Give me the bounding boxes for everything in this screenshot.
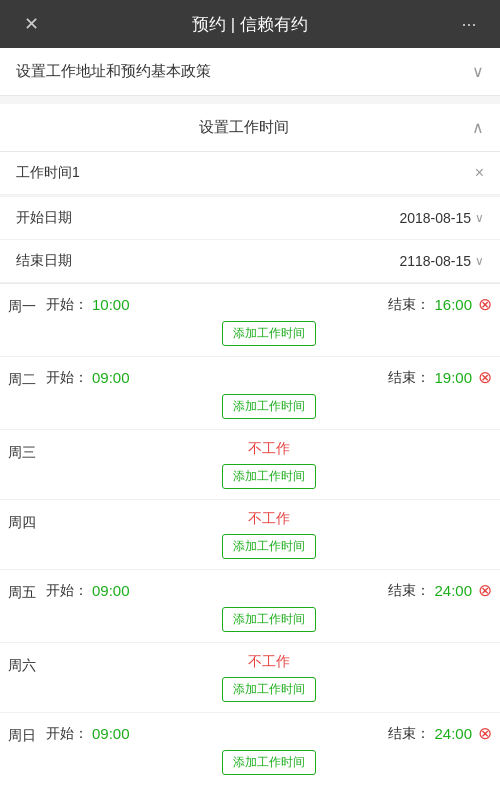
day-label-4: 周五 — [8, 580, 46, 602]
add-time-button-4[interactable]: 添加工作时间 — [222, 607, 316, 632]
start-label-4: 开始： — [46, 582, 88, 600]
end-label-1: 结束： — [388, 369, 430, 387]
day-row-3: 周四不工作添加工作时间 — [0, 500, 500, 570]
day-row-0: 周一开始：10:00结束：16:00⊗添加工作时间 — [0, 284, 500, 357]
day-row-5: 周六不工作添加工作时间 — [0, 643, 500, 713]
remove-time-icon-1[interactable]: ⊗ — [478, 367, 492, 388]
header-title: 预约 | 信赖有约 — [46, 13, 454, 36]
add-time-button-2[interactable]: 添加工作时间 — [222, 464, 316, 489]
work-time-title-row: 工作时间1 × — [0, 152, 500, 195]
close-icon[interactable]: ✕ — [16, 13, 46, 35]
end-value-0: 16:00 — [434, 296, 472, 313]
days-section: 周一开始：10:00结束：16:00⊗添加工作时间周二开始：09:00结束：19… — [0, 283, 500, 785]
end-date-value[interactable]: 2118-08-15 ∨ — [399, 253, 484, 269]
day-end-6[interactable]: 结束：24:00⊗ — [388, 723, 492, 744]
day-content-2: 不工作添加工作时间 — [46, 440, 492, 489]
day-end-1[interactable]: 结束：19:00⊗ — [388, 367, 492, 388]
day-start-1[interactable]: 开始：09:00 — [46, 369, 130, 387]
day-time-row-4: 开始：09:00结束：24:00⊗ — [46, 580, 492, 601]
day-content-1: 开始：09:00结束：19:00⊗添加工作时间 — [46, 367, 492, 419]
end-date-row[interactable]: 结束日期 2118-08-15 ∨ — [0, 240, 500, 283]
start-value-4: 09:00 — [92, 582, 130, 599]
end-label-6: 结束： — [388, 725, 430, 743]
start-date-row[interactable]: 开始日期 2018-08-15 ∨ — [0, 197, 500, 240]
start-date-text: 2018-08-15 — [399, 210, 471, 226]
day-start-0[interactable]: 开始：10:00 — [46, 296, 130, 314]
start-value-6: 09:00 — [92, 725, 130, 742]
add-time-button-5[interactable]: 添加工作时间 — [222, 677, 316, 702]
remove-time-icon-0[interactable]: ⊗ — [478, 294, 492, 315]
section-address-label: 设置工作地址和预约基本政策 — [16, 62, 211, 81]
day-row-6: 周日开始：09:00结束：24:00⊗添加工作时间 — [0, 713, 500, 785]
day-start-6[interactable]: 开始：09:00 — [46, 725, 130, 743]
day-end-4[interactable]: 结束：24:00⊗ — [388, 580, 492, 601]
day-row-2: 周三不工作添加工作时间 — [0, 430, 500, 500]
day-label-1: 周二 — [8, 367, 46, 389]
end-value-1: 19:00 — [434, 369, 472, 386]
day-end-0[interactable]: 结束：16:00⊗ — [388, 294, 492, 315]
end-value-4: 24:00 — [434, 582, 472, 599]
day-time-row-0: 开始：10:00结束：16:00⊗ — [46, 294, 492, 315]
no-work-label-2: 不工作 — [46, 440, 492, 458]
more-icon[interactable]: ··· — [454, 14, 484, 35]
no-work-label-3: 不工作 — [46, 510, 492, 528]
section-work-time-header[interactable]: 设置工作时间 ∧ — [0, 104, 500, 152]
start-label-0: 开始： — [46, 296, 88, 314]
day-content-5: 不工作添加工作时间 — [46, 653, 492, 702]
chevron-up-icon: ∧ — [472, 118, 484, 137]
day-row-4: 周五开始：09:00结束：24:00⊗添加工作时间 — [0, 570, 500, 643]
add-time-button-1[interactable]: 添加工作时间 — [222, 394, 316, 419]
add-time-button-3[interactable]: 添加工作时间 — [222, 534, 316, 559]
remove-time-icon-4[interactable]: ⊗ — [478, 580, 492, 601]
add-time-button-0[interactable]: 添加工作时间 — [222, 321, 316, 346]
end-value-6: 24:00 — [434, 725, 472, 742]
chevron-down-icon: ∨ — [472, 62, 484, 81]
section-address-policy[interactable]: 设置工作地址和预约基本政策 ∨ — [0, 48, 500, 96]
work-time-close-icon[interactable]: × — [475, 164, 484, 182]
day-label-0: 周一 — [8, 294, 46, 316]
start-date-value[interactable]: 2018-08-15 ∨ — [399, 210, 484, 226]
day-row-1: 周二开始：09:00结束：19:00⊗添加工作时间 — [0, 357, 500, 430]
day-label-2: 周三 — [8, 440, 46, 462]
add-time-button-6[interactable]: 添加工作时间 — [222, 750, 316, 775]
day-content-4: 开始：09:00结束：24:00⊗添加工作时间 — [46, 580, 492, 632]
start-value-1: 09:00 — [92, 369, 130, 386]
day-time-row-6: 开始：09:00结束：24:00⊗ — [46, 723, 492, 744]
start-date-label: 开始日期 — [16, 209, 72, 227]
section-work-time-label: 设置工作时间 — [16, 118, 472, 137]
remove-time-icon-6[interactable]: ⊗ — [478, 723, 492, 744]
end-label-0: 结束： — [388, 296, 430, 314]
day-content-0: 开始：10:00结束：16:00⊗添加工作时间 — [46, 294, 492, 346]
end-date-label: 结束日期 — [16, 252, 72, 270]
day-start-4[interactable]: 开始：09:00 — [46, 582, 130, 600]
work-time-block: 工作时间1 × — [0, 152, 500, 195]
day-label-3: 周四 — [8, 510, 46, 532]
day-content-3: 不工作添加工作时间 — [46, 510, 492, 559]
day-content-6: 开始：09:00结束：24:00⊗添加工作时间 — [46, 723, 492, 775]
end-date-text: 2118-08-15 — [399, 253, 471, 269]
work-time-title: 工作时间1 — [16, 164, 80, 182]
start-date-chevron-icon: ∨ — [475, 211, 484, 225]
start-label-6: 开始： — [46, 725, 88, 743]
day-time-row-1: 开始：09:00结束：19:00⊗ — [46, 367, 492, 388]
end-date-chevron-icon: ∨ — [475, 254, 484, 268]
app-header: ✕ 预约 | 信赖有约 ··· — [0, 0, 500, 48]
no-work-label-5: 不工作 — [46, 653, 492, 671]
day-label-5: 周六 — [8, 653, 46, 675]
day-label-6: 周日 — [8, 723, 46, 745]
end-label-4: 结束： — [388, 582, 430, 600]
start-label-1: 开始： — [46, 369, 88, 387]
start-value-0: 10:00 — [92, 296, 130, 313]
